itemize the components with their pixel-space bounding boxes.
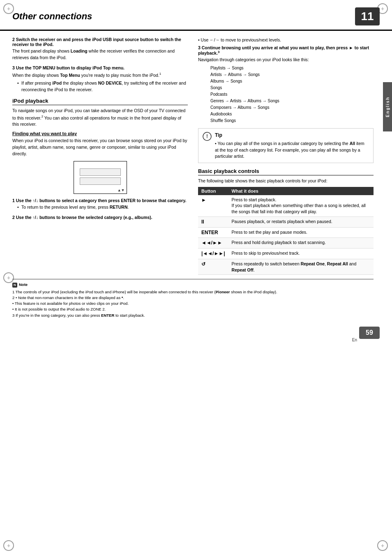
step3-topmenu-title: 3 Use the TOP MENU button to display iPo…: [12, 65, 188, 70]
button-pause: II: [198, 216, 228, 227]
step2-number: 2: [12, 37, 15, 42]
action-pause: Pauses playback, or restarts playback wh…: [228, 216, 374, 227]
step2-browse-title: 2 Use the ↑/↓ buttons to browse the sele…: [12, 215, 188, 220]
step2-title: 2 Switch the receiver on and press the i…: [12, 37, 188, 47]
nav-cat-albums: Albums → Songs: [210, 78, 374, 85]
button-play: ►: [198, 195, 228, 217]
action-enter: Press to set the play and pause modes.: [228, 227, 374, 238]
left-column: 2 Switch the receiver on and press the i…: [12, 37, 188, 275]
table-row: ◄◄/►► Press and hold during playback to …: [198, 238, 374, 249]
note-2: 2 • Note that non-roman characters in th…: [12, 295, 374, 301]
chapter-title: Other connections: [12, 11, 351, 22]
step3-continue-title: 3 Continue browsing until you arrive at …: [198, 45, 374, 56]
step2-browse: 2 Use the ↑/↓ buttons to browse the sele…: [12, 215, 188, 220]
step3-continue-body: Navigation through categories on your iP…: [198, 57, 374, 63]
step2-switch-receiver: 2 Switch the receiver on and press the i…: [12, 37, 188, 61]
col-header-button: Button: [198, 187, 228, 195]
nav-categories: Playlists → Songs Artists → Albums → Son…: [210, 65, 374, 124]
button-scan: ◄◄/►►: [198, 238, 228, 249]
chapter-number: 11: [355, 7, 380, 25]
ipod-screen-bar2: [80, 177, 121, 185]
en-label: En: [352, 338, 357, 342]
finding-subheading: Finding what you want to play: [12, 131, 188, 136]
note-icon: N: [12, 283, 17, 288]
action-skip: Press to skip to previous/next track.: [228, 249, 374, 259]
step1-buttons: 1 Use the ↑/↓ buttons to select a catego…: [12, 198, 188, 211]
tip-body: • You can play all of the songs in a par…: [215, 140, 369, 159]
nav-cat-artists: Artists → Albums → Songs: [210, 71, 374, 78]
page-number: 59: [359, 327, 380, 339]
ipod-playback-heading: iPod playback: [12, 98, 188, 105]
button-repeat: ↺: [198, 259, 228, 275]
playback-table: Button What it does ► Press to start pla…: [198, 187, 374, 275]
content-wrapper: 2 Switch the receiver on and press the i…: [0, 31, 392, 351]
svg-text:!: !: [206, 134, 208, 139]
tip-box: ! Tip • You can play all of the songs in…: [198, 128, 374, 163]
nav-cat-audiobooks: Audiobooks: [210, 111, 374, 117]
ipod-screen-bar1: [80, 168, 121, 176]
step3-topmenu: 3 Use the TOP MENU button to display iPo…: [12, 65, 188, 93]
notes-section: N Note 1 The controls of your iPod (excl…: [12, 279, 374, 318]
note-1: 1 The controls of your iPod (excluding t…: [12, 289, 374, 295]
note-label: N Note: [12, 282, 374, 288]
note-2c: • It is not possible to output the iPod …: [12, 306, 374, 312]
step3-topmenu-body: When the display shows Top Menu you're r…: [12, 71, 188, 78]
step1-bullet1: To return to the previous level any time…: [17, 204, 188, 211]
table-row: ↺ Press repeatedly to switch between Rep…: [198, 259, 374, 275]
nav-cat-composers: Composers → Albums → Songs: [210, 104, 374, 111]
step3-continue: 3 Continue browsing until you arrive at …: [198, 45, 374, 124]
tip-content: Tip • You can play all of the songs in a…: [215, 132, 369, 159]
page: Other connections 11 English 2 Switch th…: [0, 0, 392, 555]
step2-body: The front panel display shows Loading wh…: [12, 48, 188, 61]
nav-cat-podcasts: Podcasts: [210, 91, 374, 98]
corner-br-decoration: [377, 540, 389, 552]
corner-bl-decoration: [3, 540, 15, 552]
use-arrows-text: • Use ←/→ to move to previous/next level…: [198, 37, 374, 44]
finding-body: When your iPod is connected to this rece…: [12, 138, 188, 157]
action-scan: Press and hold during playback to start …: [228, 238, 374, 249]
action-repeat: Press repeatedly to switch between Repea…: [228, 259, 374, 275]
table-row: ► Press to start playback. If you start …: [198, 195, 374, 217]
step3-bullet1: If after pressing iPod the display shows…: [17, 80, 188, 93]
note-2b: • This feature is not available for phot…: [12, 301, 374, 306]
right-column: • Use ←/→ to move to previous/next level…: [198, 37, 374, 275]
tip-title: Tip: [215, 132, 369, 139]
ipod-screen-arrow: ▲▼: [118, 188, 125, 192]
note-3: 3 If you're in the song category, you ca…: [12, 313, 374, 318]
tip-icon: !: [203, 132, 212, 141]
button-skip: |◄◄/►►|: [198, 249, 228, 259]
step1-title: 1 Use the ↑/↓ buttons to select a catego…: [12, 198, 188, 203]
col-header-action: What it does: [228, 187, 374, 195]
nav-cat-songs: Songs: [210, 85, 374, 91]
ipod-playback-intro: To navigate songs on your iPod, you can …: [12, 108, 188, 128]
basic-controls-intro: The following table shows the basic play…: [198, 178, 374, 184]
table-row: |◄◄/►►| Press to skip to previous/next t…: [198, 249, 374, 259]
nav-cat-shuffle: Shuffle Songs: [210, 117, 374, 124]
nav-cat-playlists: Playlists → Songs: [210, 65, 374, 71]
action-play: Press to start playback. If you start pl…: [228, 195, 374, 217]
page-header: Other connections 11: [0, 0, 392, 31]
button-enter: ENTER: [198, 227, 228, 238]
ipod-screen-image: ▲▼: [74, 161, 127, 194]
two-column-layout: 2 Switch the receiver on and press the i…: [12, 37, 374, 275]
basic-controls-heading: Basic playback controls: [198, 168, 374, 175]
nav-cat-genres: Genres → Artists → Albums → Songs: [210, 98, 374, 104]
table-row: ENTER Press to set the play and pause mo…: [198, 227, 374, 238]
table-row: II Pauses playback, or restarts playback…: [198, 216, 374, 227]
